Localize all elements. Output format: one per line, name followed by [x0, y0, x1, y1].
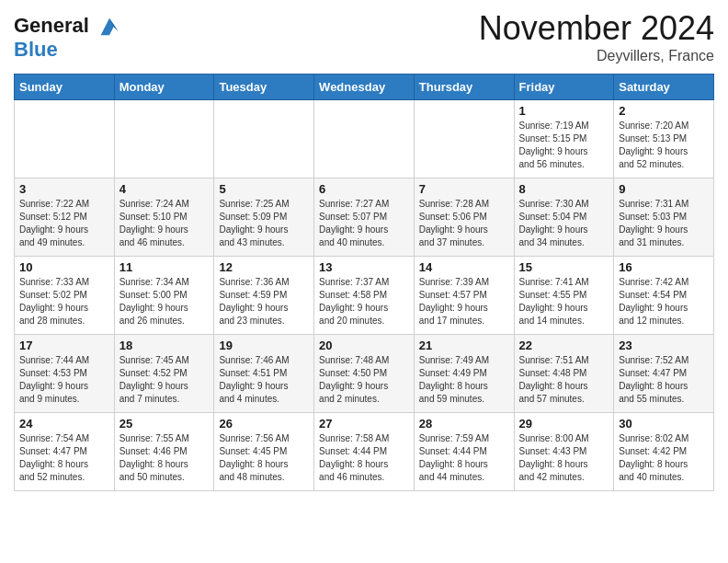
weekday-header: Sunday	[15, 75, 115, 100]
day-number: 7	[419, 182, 509, 196]
day-info: Sunrise: 7:42 AM Sunset: 4:54 PM Dayligh…	[619, 276, 709, 327]
logo-icon	[97, 14, 122, 40]
day-info: Sunrise: 7:36 AM Sunset: 4:59 PM Dayligh…	[219, 276, 309, 327]
day-info: Sunrise: 7:55 AM Sunset: 4:46 PM Dayligh…	[119, 432, 210, 484]
calendar-day-cell	[214, 100, 314, 178]
logo-blue: Blue	[14, 40, 122, 60]
day-info: Sunrise: 7:25 AM Sunset: 5:09 PM Dayligh…	[219, 198, 309, 249]
weekday-header: Tuesday	[214, 75, 314, 100]
calendar-day-cell: 1Sunrise: 7:19 AM Sunset: 5:15 PM Daylig…	[514, 100, 614, 178]
day-info: Sunrise: 8:00 AM Sunset: 4:43 PM Dayligh…	[519, 432, 609, 484]
calendar-day-cell: 13Sunrise: 7:37 AM Sunset: 4:58 PM Dayli…	[314, 257, 415, 335]
day-info: Sunrise: 7:52 AM Sunset: 4:47 PM Dayligh…	[619, 354, 709, 406]
weekday-header: Thursday	[414, 75, 514, 100]
calendar-week-row: 1Sunrise: 7:19 AM Sunset: 5:15 PM Daylig…	[15, 100, 714, 178]
day-info: Sunrise: 7:22 AM Sunset: 5:12 PM Dayligh…	[19, 198, 109, 249]
day-number: 18	[119, 339, 210, 352]
location: Deyvillers, France	[479, 48, 714, 64]
day-number: 5	[219, 182, 309, 196]
day-number: 11	[119, 260, 210, 274]
day-info: Sunrise: 7:39 AM Sunset: 4:57 PM Dayligh…	[419, 276, 509, 327]
calendar-day-cell: 4Sunrise: 7:24 AM Sunset: 5:10 PM Daylig…	[114, 178, 214, 257]
day-number: 17	[19, 339, 109, 352]
day-number: 24	[19, 417, 109, 431]
day-number: 28	[419, 417, 509, 431]
day-number: 9	[619, 182, 709, 196]
day-info: Sunrise: 7:30 AM Sunset: 5:04 PM Dayligh…	[519, 198, 609, 249]
calendar-day-cell: 26Sunrise: 7:56 AM Sunset: 4:45 PM Dayli…	[214, 413, 314, 491]
calendar-day-cell: 10Sunrise: 7:33 AM Sunset: 5:02 PM Dayli…	[15, 257, 115, 335]
logo: General Blue	[14, 14, 122, 60]
day-number: 4	[119, 182, 210, 196]
day-info: Sunrise: 7:46 AM Sunset: 4:51 PM Dayligh…	[219, 354, 309, 406]
day-info: Sunrise: 7:48 AM Sunset: 4:50 PM Dayligh…	[319, 354, 409, 406]
calendar-day-cell: 21Sunrise: 7:49 AM Sunset: 4:49 PM Dayli…	[414, 335, 514, 413]
calendar-day-cell: 2Sunrise: 7:20 AM Sunset: 5:13 PM Daylig…	[614, 100, 714, 178]
day-number: 21	[419, 339, 509, 352]
calendar-week-row: 3Sunrise: 7:22 AM Sunset: 5:12 PM Daylig…	[15, 178, 714, 257]
day-number: 16	[619, 260, 709, 274]
calendar-table: SundayMondayTuesdayWednesdayThursdayFrid…	[14, 74, 714, 491]
svg-marker-0	[101, 18, 119, 36]
day-number: 14	[419, 260, 509, 274]
day-info: Sunrise: 7:24 AM Sunset: 5:10 PM Dayligh…	[119, 198, 210, 249]
day-info: Sunrise: 7:33 AM Sunset: 5:02 PM Dayligh…	[19, 276, 109, 327]
calendar-header-row: SundayMondayTuesdayWednesdayThursdayFrid…	[15, 75, 714, 100]
day-number: 23	[619, 339, 709, 352]
calendar-day-cell: 23Sunrise: 7:52 AM Sunset: 4:47 PM Dayli…	[614, 335, 714, 413]
day-number: 19	[219, 339, 309, 352]
day-number: 20	[319, 339, 409, 352]
day-info: Sunrise: 7:56 AM Sunset: 4:45 PM Dayligh…	[219, 432, 309, 484]
day-info: Sunrise: 7:54 AM Sunset: 4:47 PM Dayligh…	[19, 432, 109, 484]
title-block: November 2024 Deyvillers, France	[479, 9, 714, 64]
day-info: Sunrise: 7:51 AM Sunset: 4:48 PM Dayligh…	[519, 354, 609, 406]
day-number: 3	[19, 182, 109, 196]
day-info: Sunrise: 7:31 AM Sunset: 5:03 PM Dayligh…	[619, 198, 709, 249]
day-info: Sunrise: 7:44 AM Sunset: 4:53 PM Dayligh…	[19, 354, 109, 406]
day-number: 29	[519, 417, 609, 431]
calendar-week-row: 17Sunrise: 7:44 AM Sunset: 4:53 PM Dayli…	[15, 335, 714, 413]
day-number: 26	[219, 417, 309, 431]
day-info: Sunrise: 7:59 AM Sunset: 4:44 PM Dayligh…	[419, 432, 509, 484]
calendar-day-cell: 29Sunrise: 8:00 AM Sunset: 4:43 PM Dayli…	[514, 413, 614, 491]
calendar-day-cell: 25Sunrise: 7:55 AM Sunset: 4:46 PM Dayli…	[114, 413, 214, 491]
calendar-day-cell: 17Sunrise: 7:44 AM Sunset: 4:53 PM Dayli…	[15, 335, 115, 413]
day-number: 13	[319, 260, 409, 274]
calendar-day-cell: 24Sunrise: 7:54 AM Sunset: 4:47 PM Dayli…	[15, 413, 115, 491]
calendar-day-cell: 20Sunrise: 7:48 AM Sunset: 4:50 PM Dayli…	[314, 335, 415, 413]
calendar-day-cell	[114, 100, 214, 178]
header: General Blue November 2024 Deyvillers, F…	[14, 9, 714, 64]
day-info: Sunrise: 8:02 AM Sunset: 4:42 PM Dayligh…	[619, 432, 709, 484]
day-info: Sunrise: 7:45 AM Sunset: 4:52 PM Dayligh…	[119, 354, 210, 406]
day-info: Sunrise: 7:37 AM Sunset: 4:58 PM Dayligh…	[319, 276, 409, 327]
day-info: Sunrise: 7:41 AM Sunset: 4:55 PM Dayligh…	[519, 276, 609, 327]
day-info: Sunrise: 7:20 AM Sunset: 5:13 PM Dayligh…	[619, 120, 709, 171]
weekday-header: Wednesday	[314, 75, 415, 100]
calendar-day-cell: 22Sunrise: 7:51 AM Sunset: 4:48 PM Dayli…	[514, 335, 614, 413]
day-info: Sunrise: 7:28 AM Sunset: 5:06 PM Dayligh…	[419, 198, 509, 249]
page: General Blue November 2024 Deyvillers, F…	[0, 0, 728, 505]
calendar-day-cell: 11Sunrise: 7:34 AM Sunset: 5:00 PM Dayli…	[114, 257, 214, 335]
day-number: 8	[519, 182, 609, 196]
day-number: 30	[619, 417, 709, 431]
calendar-day-cell: 14Sunrise: 7:39 AM Sunset: 4:57 PM Dayli…	[414, 257, 514, 335]
day-number: 22	[519, 339, 609, 352]
day-number: 25	[119, 417, 210, 431]
day-info: Sunrise: 7:19 AM Sunset: 5:15 PM Dayligh…	[519, 120, 609, 171]
calendar-day-cell: 19Sunrise: 7:46 AM Sunset: 4:51 PM Dayli…	[214, 335, 314, 413]
calendar-day-cell: 28Sunrise: 7:59 AM Sunset: 4:44 PM Dayli…	[414, 413, 514, 491]
day-info: Sunrise: 7:58 AM Sunset: 4:44 PM Dayligh…	[319, 432, 409, 484]
calendar-day-cell: 8Sunrise: 7:30 AM Sunset: 5:04 PM Daylig…	[514, 178, 614, 257]
weekday-header: Saturday	[614, 75, 714, 100]
calendar-day-cell: 16Sunrise: 7:42 AM Sunset: 4:54 PM Dayli…	[614, 257, 714, 335]
weekday-header: Monday	[114, 75, 214, 100]
calendar-day-cell: 27Sunrise: 7:58 AM Sunset: 4:44 PM Dayli…	[314, 413, 415, 491]
calendar-day-cell: 12Sunrise: 7:36 AM Sunset: 4:59 PM Dayli…	[214, 257, 314, 335]
logo-text: General	[14, 14, 122, 40]
calendar-day-cell: 6Sunrise: 7:27 AM Sunset: 5:07 PM Daylig…	[314, 178, 415, 257]
weekday-header: Friday	[514, 75, 614, 100]
calendar-day-cell	[15, 100, 115, 178]
day-number: 12	[219, 260, 309, 274]
day-info: Sunrise: 7:34 AM Sunset: 5:00 PM Dayligh…	[119, 276, 210, 327]
calendar-day-cell: 15Sunrise: 7:41 AM Sunset: 4:55 PM Dayli…	[514, 257, 614, 335]
